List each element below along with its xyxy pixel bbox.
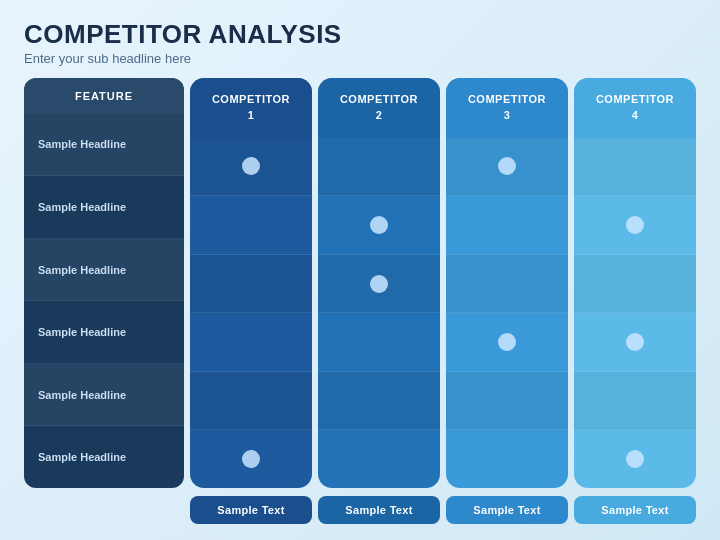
competitor-col-3: COMPETITOR 3 [446,78,568,488]
footer-cell: Sample Text [446,496,568,524]
competitor-data-row [318,196,440,255]
comparison-table: FEATURE Sample HeadlineSample HeadlineSa… [24,78,696,488]
check-dot [242,157,260,175]
empty-dot [370,333,388,351]
check-dot [370,275,388,293]
competitor-col-4: COMPETITOR 4 [574,78,696,488]
feature-row: Sample Headline [24,239,184,302]
competitor-data-row [574,430,696,488]
feature-header: FEATURE [24,78,184,114]
check-dot [626,216,644,234]
competitor-col-1: COMPETITOR 1 [190,78,312,488]
competitor-data-row [446,372,568,431]
feature-rows: Sample HeadlineSample HeadlineSample Hea… [24,114,184,488]
competitor-data-row [574,196,696,255]
empty-dot [626,157,644,175]
competitor-data-row [318,313,440,372]
check-dot [626,450,644,468]
check-dot [498,333,516,351]
competitor-data-row [574,138,696,197]
feature-row-label: Sample Headline [38,201,126,213]
competitor-data-row [318,255,440,314]
competitor-rows [190,138,312,488]
competitor-rows [318,138,440,488]
competitor-data-row [190,313,312,372]
competitor-data-row [190,196,312,255]
empty-dot [370,392,388,410]
competitor-col-2: COMPETITOR 2 [318,78,440,488]
empty-dot [626,275,644,293]
empty-dot [498,450,516,468]
competitor-rows [574,138,696,488]
page-subtitle: Enter your sub headline here [24,51,696,66]
competitor-data-row [446,255,568,314]
competitor-header: COMPETITOR 3 [446,78,568,138]
check-dot [370,216,388,234]
footer-cell: Sample Text [318,496,440,524]
feature-column: FEATURE Sample HeadlineSample HeadlineSa… [24,78,184,488]
footer-cell: Sample Text [574,496,696,524]
check-dot [626,333,644,351]
footer-row: Sample TextSample TextSample TextSample … [24,496,696,524]
empty-dot [370,450,388,468]
feature-row-label: Sample Headline [38,451,126,463]
competitor-data-row [574,255,696,314]
check-dot [242,450,260,468]
competitor-data-row [190,138,312,197]
feature-row-label: Sample Headline [38,264,126,276]
feature-row: Sample Headline [24,176,184,239]
footer-cell: Sample Text [190,496,312,524]
competitor-header: COMPETITOR 4 [574,78,696,138]
competitor-data-row [318,138,440,197]
competitor-data-row [574,372,696,431]
competitor-header: COMPETITOR 2 [318,78,440,138]
competitor-data-row [318,430,440,488]
competitor-data-row [446,313,568,372]
empty-dot [242,216,260,234]
feature-row: Sample Headline [24,114,184,177]
competitor-data-row [574,313,696,372]
competitor-data-row [446,430,568,488]
competitor-data-row [190,255,312,314]
empty-dot [370,157,388,175]
competitor-data-row [446,138,568,197]
empty-dot [498,392,516,410]
feature-row: Sample Headline [24,426,184,488]
empty-dot [498,275,516,293]
empty-dot [242,333,260,351]
page-title: COMPETITOR ANALYSIS [24,20,696,49]
empty-dot [242,275,260,293]
competitor-data-row [190,372,312,431]
competitor-header: COMPETITOR 1 [190,78,312,138]
footer-spacer [24,496,184,524]
empty-dot [498,216,516,234]
feature-row: Sample Headline [24,364,184,427]
competitor-rows [446,138,568,488]
page: COMPETITOR ANALYSIS Enter your sub headl… [0,0,720,540]
check-dot [498,157,516,175]
competitor-data-row [190,430,312,488]
empty-dot [626,392,644,410]
feature-row-label: Sample Headline [38,389,126,401]
feature-row-label: Sample Headline [38,326,126,338]
feature-row-label: Sample Headline [38,138,126,150]
competitor-data-row [318,372,440,431]
feature-row: Sample Headline [24,301,184,364]
empty-dot [242,392,260,410]
competitor-data-row [446,196,568,255]
